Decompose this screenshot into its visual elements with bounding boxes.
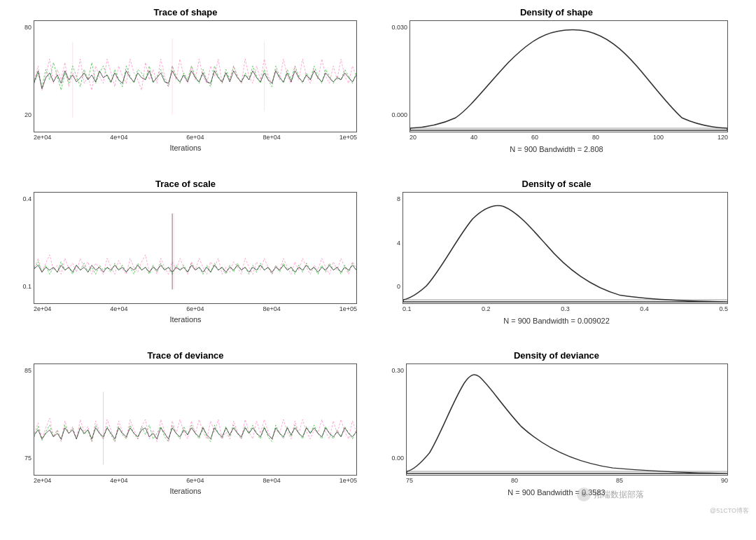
density-shape-panel: Density of shape 0.030 0.000 20 40 60 80…: [385, 7, 728, 168]
density-shape-bandwidth: N = 900 Bandwidth = 2.808: [385, 145, 728, 153]
density-shape-title: Density of shape: [385, 7, 728, 18]
density-scale-panel: Density of scale 8 4 0 0.1 0.2 0.3 0.4: [385, 179, 728, 340]
density-deviance-x-axis: 75 80 85 90: [385, 476, 728, 485]
trace-deviance-panel: Trace of deviance 85 75: [14, 350, 357, 511]
density-deviance-bandwidth: N = 900 Bandwidth = 0.3583: [385, 488, 728, 497]
density-deviance-y-axis: 0.30 0.00: [385, 364, 406, 476]
density-deviance-plot: [406, 364, 728, 476]
trace-scale-y-axis: 0.4 0.1: [14, 192, 34, 304]
trace-scale-x-axis: 2e+04 4e+04 6e+04 8e+04 1e+05: [14, 304, 357, 314]
trace-deviance-plot: [34, 364, 357, 476]
density-shape-x-axis: 20 40 60 80 100 120: [385, 132, 728, 142]
trace-scale-plot: [34, 192, 357, 304]
density-shape-plot: [410, 20, 728, 132]
density-scale-bandwidth: N = 900 Bandwidth = 0.009022: [385, 317, 728, 325]
trace-shape-panel: Trace of shape 80 20: [14, 7, 357, 168]
trace-shape-x-title: Iterations: [14, 144, 357, 152]
density-scale-y-axis: 8 4 0: [385, 192, 402, 304]
trace-shape-plot: [34, 20, 357, 132]
attribution: @51CTO博客: [710, 506, 749, 515]
density-shape-y-axis: 0.030 0.000: [385, 20, 410, 132]
trace-scale-x-title: Iterations: [14, 315, 357, 324]
trace-deviance-x-axis: 2e+04 4e+04 6e+04 8e+04 1e+05: [14, 476, 357, 485]
trace-deviance-y-axis: 85 75: [14, 364, 34, 476]
trace-shape-x-axis: 2e+04 4e+04 6e+04 8e+04 1e+05: [14, 132, 357, 142]
trace-deviance-x-title: Iterations: [14, 487, 357, 495]
trace-shape-title: Trace of shape: [14, 7, 357, 18]
trace-deviance-title: Trace of deviance: [14, 350, 357, 361]
density-scale-plot: [402, 192, 728, 304]
watermark: ⊕ 拓端数据部落: [577, 487, 644, 501]
density-deviance-panel: Density of deviance 0.30 0.00 75 80 85 9…: [385, 350, 728, 511]
trace-scale-panel: Trace of scale 0.4 0.1: [14, 179, 357, 340]
density-scale-title: Density of scale: [385, 179, 728, 189]
density-deviance-title: Density of deviance: [385, 350, 728, 361]
trace-shape-y-axis: 80 20: [14, 20, 34, 132]
density-scale-x-axis: 0.1 0.2 0.3 0.4 0.5: [385, 304, 728, 314]
watermark-text: 拓端数据部落: [594, 489, 644, 501]
trace-scale-title: Trace of scale: [14, 179, 357, 189]
